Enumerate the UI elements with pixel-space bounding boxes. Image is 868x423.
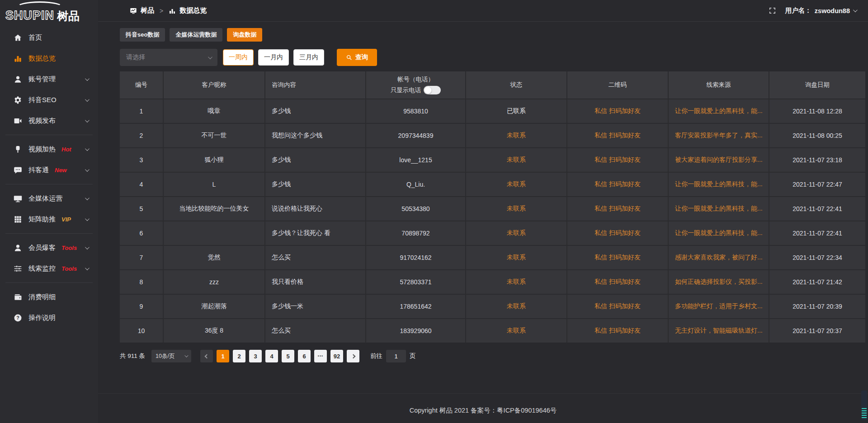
- cell-qrcode[interactable]: 私信 扫码加好友: [567, 295, 668, 318]
- page-button-6[interactable]: 6: [298, 350, 311, 362]
- range-button-three-months[interactable]: 三月内: [293, 49, 324, 66]
- tab-omni-media-data[interactable]: 全媒体运营数据: [170, 28, 222, 42]
- cell-account: 572803371: [366, 270, 465, 294]
- sidebar-item-lead-monitor[interactable]: 线索监控Tools: [0, 258, 98, 279]
- floating-widget[interactable]: [861, 390, 867, 420]
- cell-source[interactable]: 让你一眼就爱上的黑科技，能...: [669, 221, 769, 245]
- sidebar-item-home[interactable]: 首页: [0, 27, 98, 48]
- column-header-5: 二维码: [567, 71, 668, 99]
- cell-source[interactable]: 被大家追着问的客厅投影分享...: [669, 148, 769, 172]
- chevron-down-icon: [85, 245, 90, 249]
- account-select[interactable]: 请选择: [120, 49, 217, 66]
- column-header-1: 客户昵称: [164, 71, 264, 99]
- cell-qrcode[interactable]: 私信 扫码加好友: [567, 221, 668, 245]
- page-button-92[interactable]: 92: [330, 350, 343, 362]
- cell-source[interactable]: 如何正确选择投影仪，买投影...: [669, 270, 769, 294]
- sidebar-item-label: 视频加热: [28, 145, 56, 154]
- sidebar-item-data-overview[interactable]: 数据总览: [0, 48, 98, 69]
- gear-icon: [14, 96, 22, 104]
- cell-status: 未联系: [466, 148, 566, 172]
- cell-content: 怎么买: [265, 319, 365, 343]
- chevron-down-icon: [853, 8, 858, 12]
- sidebar-item-douketong[interactable]: 抖客通New: [0, 160, 98, 180]
- column-header-6: 线索来源: [669, 71, 769, 99]
- cell-source[interactable]: 多功能护栏灯，适用于乡村文...: [669, 295, 769, 318]
- next-page-button[interactable]: [347, 350, 359, 362]
- sidebar-item-label: 全媒体运营: [28, 194, 62, 203]
- content: 抖音seo数据全媒体运营数据询盘数据 请选择 一周内一月内三月内 查询 编号客户…: [98, 22, 868, 362]
- sidebar-item-member-baoke[interactable]: 会员爆客Tools: [0, 237, 98, 258]
- cell-source[interactable]: 让你一眼就爱上的黑科技，能...: [669, 173, 769, 196]
- breadcrumb-chart-icon: [169, 7, 176, 14]
- sidebar-item-douyin-seo[interactable]: 抖音SEO: [0, 89, 98, 110]
- user-icon: [14, 75, 22, 84]
- cell-qrcode[interactable]: 私信 扫码加好友: [567, 246, 668, 269]
- page-button-4[interactable]: 4: [265, 350, 278, 362]
- sidebar-item-badge: Tools: [61, 244, 77, 251]
- sidebar-item-account-management[interactable]: 账号管理: [0, 69, 98, 89]
- toggle-knob: [424, 86, 432, 94]
- sidebar-item-omni-media-operation[interactable]: 全媒体运营: [0, 188, 98, 209]
- prev-page-button[interactable]: [200, 350, 213, 362]
- sidebar-item-video-publish[interactable]: 视频发布: [0, 110, 98, 131]
- cell-qrcode[interactable]: 私信 扫码加好友: [567, 99, 668, 123]
- goto-page-input[interactable]: [386, 350, 406, 362]
- user-menu[interactable]: 用户名：zswodun88: [785, 6, 856, 15]
- sidebar: SHUPIN 树品 首页数据总览账号管理抖音SEO视频发布视频加热Hot抖客通N…: [0, 0, 98, 423]
- topbar: 树品 > 数据总览 用户名：zswodun88: [98, 0, 868, 22]
- cell-qrcode[interactable]: 私信 扫码加好友: [567, 270, 668, 294]
- chevron-down-icon: [85, 266, 90, 270]
- pagination: 共 911 条 10条/页 123456•••92 前往 页: [120, 350, 860, 362]
- breadcrumb-root[interactable]: 树品: [141, 6, 154, 15]
- cell-nickname: 潮起潮落: [164, 295, 264, 318]
- fullscreen-icon[interactable]: [769, 7, 776, 14]
- sidebar-item-label: 账号管理: [28, 75, 56, 84]
- page-button-5[interactable]: 5: [282, 350, 294, 362]
- cell-source[interactable]: 无主灯设计，智能磁吸轨道灯...: [669, 319, 769, 343]
- cell-qrcode[interactable]: 私信 扫码加好友: [567, 197, 668, 221]
- cell-source[interactable]: 让你一眼就爱上的黑科技，能...: [669, 197, 769, 221]
- tab-inquiry-data[interactable]: 询盘数据: [227, 28, 262, 42]
- goto-suffix: 页: [410, 352, 416, 360]
- breadcrumb: 树品 > 数据总览: [130, 6, 207, 15]
- cell-qrcode[interactable]: 私信 扫码加好友: [567, 148, 668, 172]
- range-button-one-month[interactable]: 一月内: [258, 49, 289, 66]
- tab-douyin-seo-data[interactable]: 抖音seo数据: [120, 28, 165, 42]
- cell-qrcode[interactable]: 私信 扫码加好友: [567, 124, 668, 147]
- page-button-1[interactable]: 1: [217, 350, 229, 362]
- phone-only-toggle[interactable]: [424, 86, 441, 94]
- column-header-2: 咨询内容: [265, 71, 365, 99]
- range-button-one-week[interactable]: 一周内: [223, 49, 254, 66]
- search-button[interactable]: 查询: [337, 49, 377, 66]
- chevron-down-icon: [208, 55, 212, 59]
- chevron-down-icon: [85, 196, 90, 200]
- sidebar-item-matrix-boost[interactable]: 矩阵助推VIP: [0, 209, 98, 230]
- cell-source[interactable]: 客厅安装投影半年多了，真实...: [669, 124, 769, 147]
- page-ellipsis-button[interactable]: •••: [314, 350, 327, 362]
- cell-source[interactable]: 让你一眼就爱上的黑科技，能...: [669, 99, 769, 123]
- inquiry-table: 编号客户昵称咨询内容帐号（电话）只显示电话状态二维码线索来源询盘日期1哦章多少钱…: [120, 71, 860, 343]
- cell-id: 2: [120, 124, 163, 147]
- cell-qrcode[interactable]: 私信 扫码加好友: [567, 173, 668, 196]
- sliders-icon: [14, 264, 22, 273]
- video-icon: [14, 117, 22, 125]
- chevron-down-icon: [85, 97, 90, 102]
- page-button-2[interactable]: 2: [233, 350, 245, 362]
- cell-status: 未联系: [466, 246, 566, 269]
- cell-status: 未联系: [466, 197, 566, 221]
- data-tabs: 抖音seo数据全媒体运营数据询盘数据: [120, 28, 860, 42]
- cell-qrcode[interactable]: 私信 扫码加好友: [567, 319, 668, 343]
- sidebar-item-label: 操作说明: [28, 314, 56, 322]
- svg-text:?: ?: [16, 315, 19, 320]
- page-size-select[interactable]: 10条/页: [151, 350, 191, 362]
- sidebar-item-operation-guide[interactable]: ?操作说明: [0, 307, 98, 328]
- column-header-account: 帐号（电话）只显示电话: [366, 71, 465, 99]
- cell-date: 2021-11-07 22:41: [769, 221, 865, 245]
- cell-date: 2021-11-07 22:41: [769, 197, 865, 221]
- cell-source[interactable]: 感谢大家喜欢我家，被问了好...: [669, 246, 769, 269]
- sidebar-item-label: 矩阵助推: [28, 215, 56, 224]
- sidebar-item-video-heat[interactable]: 视频加热Hot: [0, 139, 98, 160]
- page-button-3[interactable]: 3: [249, 350, 262, 362]
- sidebar-item-consumption-detail[interactable]: 消费明细: [0, 287, 98, 307]
- search-button-label: 查询: [355, 53, 368, 61]
